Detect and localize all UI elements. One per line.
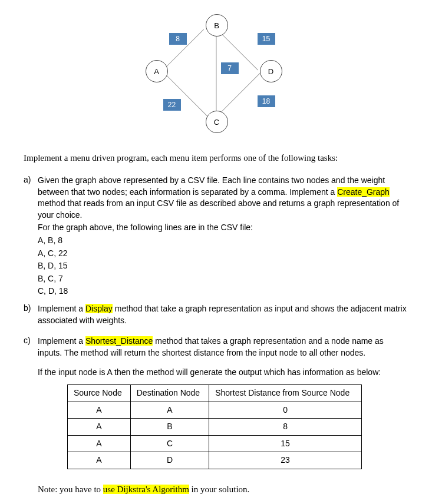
weight-ac: 22: [163, 99, 181, 111]
edge-bc: [216, 29, 216, 117]
item-b-highlight: Display: [85, 304, 113, 313]
table-row: A C 15: [68, 435, 362, 452]
node-a: A: [146, 60, 168, 82]
csv-line: A, B, 8: [38, 235, 408, 247]
weight-bc: 7: [221, 62, 239, 74]
node-d: D: [260, 60, 282, 82]
item-c-highlight: Shortest_Distance: [85, 336, 153, 346]
item-a-csv-lines: A, B, 8 A, C, 22 B, D, 15 B, C, 7 C, D, …: [38, 235, 408, 297]
item-a-highlight: Create_Graph: [337, 187, 390, 197]
note-after: in your solution.: [189, 485, 250, 494]
csv-line: B, D, 15: [38, 260, 408, 272]
weight-bd: 15: [258, 33, 275, 45]
th-dist: Shortest Distance from Source Node: [209, 384, 362, 402]
node-c-label: C: [214, 118, 219, 127]
note-highlight: use Dijkstra's Algorithm: [103, 485, 189, 494]
table-row: A A 0: [68, 402, 362, 419]
item-a-marker: a): [24, 175, 38, 299]
intro-text: Implement a menu driven program, each me…: [24, 153, 408, 163]
th-dest: Destination Node: [130, 384, 209, 402]
item-c-body: Implement a Shortest_Distance method tha…: [38, 336, 408, 474]
item-b: b) Implement a Display method that take …: [24, 303, 408, 326]
node-a-label: A: [154, 67, 159, 76]
note-before: Note: you have to: [38, 485, 103, 494]
item-a-csv-intro: For the graph above, the following lines…: [38, 222, 408, 234]
table-row: A B 8: [68, 419, 362, 436]
item-a-after: method that reads from an input CSV file…: [38, 198, 399, 220]
item-b-body: Implement a Display method that take a g…: [38, 303, 408, 326]
csv-line: C, D, 18: [38, 286, 408, 297]
item-a-before: Given the graph above represented by a C…: [38, 175, 385, 197]
distance-table: Source Node Destination Node Shortest Di…: [67, 384, 362, 469]
item-b-before: Implement a: [38, 304, 85, 313]
weight-ab: 8: [169, 33, 187, 45]
csv-line: B, C, 7: [38, 273, 408, 285]
weight-cd: 18: [258, 95, 275, 107]
csv-line: A, C, 22: [38, 248, 408, 260]
item-c-before: Implement a: [38, 336, 85, 346]
node-b: B: [206, 14, 228, 37]
item-c-marker: c): [24, 336, 38, 474]
item-c-sub: If the input node is A then the method w…: [38, 367, 408, 379]
table-header-row: Source Node Destination Node Shortest Di…: [68, 384, 362, 402]
node-c: C: [206, 111, 228, 133]
note: Note: you have to use Dijkstra's Algorit…: [38, 485, 408, 495]
item-c: c) Implement a Shortest_Distance method …: [24, 336, 408, 474]
table-row: A D 23: [68, 452, 362, 469]
item-a-body: Given the graph above represented by a C…: [38, 175, 408, 299]
node-d-label: D: [268, 67, 273, 76]
item-b-marker: b): [24, 303, 38, 326]
item-a: a) Given the graph above represented by …: [24, 175, 408, 299]
graph-diagram: B A D C 8 15 7 22 18: [134, 12, 299, 141]
node-b-label: B: [214, 21, 219, 30]
th-source: Source Node: [68, 384, 131, 402]
edge-cd: [216, 71, 262, 117]
